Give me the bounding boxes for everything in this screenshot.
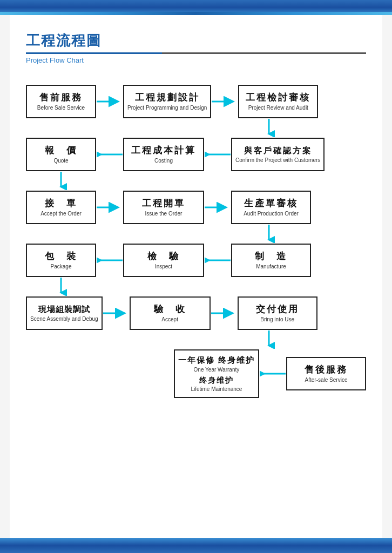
box-accept-order: 接 單 Accept the Order: [26, 191, 96, 224]
box-inspect: 檢 驗 Inspect: [123, 244, 204, 277]
box-quote: 報 價 Quote: [26, 138, 96, 171]
box-issue-order: 工程開單 Issue the Order: [123, 191, 204, 224]
box-manufacture: 制 造 Manufacture: [231, 244, 311, 277]
box-confirm: 與客戶確認方案 Confirm the Project with Custome…: [231, 138, 325, 171]
box-aftersale: 售後服務 After-sale Service: [286, 357, 366, 390]
box-warranty: 一年保修 终身维护 One Year Warranty 终身维护 Lifetim…: [174, 349, 259, 398]
flow-row-1: 售前服務 Before Sale Service 工程規劃設計 Project …: [26, 85, 366, 118]
title-underline: [26, 52, 366, 54]
arrows-row-5-6: [26, 330, 366, 349]
top-bar: [0, 0, 392, 15]
flow-row-4: 包 裝 Package 檢 驗 Inspect 制 造: [26, 244, 366, 277]
box-review-audit: 工程檢討審核 Project Review and Audit: [238, 85, 318, 118]
arrow-r3: [96, 201, 123, 213]
arrow-l5: [259, 368, 286, 380]
box-costing: 工程成本計算 Costing: [123, 138, 204, 171]
arrow-l2: [204, 149, 231, 160]
arrow-l3: [96, 254, 123, 266]
title-english: Project Flow Chart: [26, 56, 366, 64]
flow-row-3: 接 單 Accept the Order 工程開單 Issue the Orde…: [26, 191, 366, 224]
box-project-plan: 工程規劃設計 Project Programming and Design: [123, 85, 211, 118]
page-content: 工程流程圖 Project Flow Chart 售前服務 Before Sal…: [10, 15, 382, 538]
arrow-l1: [96, 149, 123, 160]
flow-row-2: 報 價 Quote 工程成本計算 Costing: [26, 138, 366, 171]
flow-row-6: 一年保修 终身维护 One Year Warranty 终身维护 Lifetim…: [26, 349, 366, 398]
arrow-r6: [211, 307, 238, 319]
box-assembly: 現場組裝調試 Scene Assembly and Debug: [26, 296, 103, 330]
arrows-row-3-4: [26, 224, 366, 244]
box-audit-prod: 生產單審核 Audit Production Order: [231, 191, 311, 224]
arrow-r4: [204, 201, 231, 213]
arrow-r2: [211, 96, 238, 107]
flow-row-5: 現場組裝調試 Scene Assembly and Debug 驗 收 Acce…: [26, 296, 366, 330]
arrow-l4: [204, 254, 231, 266]
title-chinese: 工程流程圖: [26, 31, 366, 50]
arrows-row-2-3: [26, 171, 366, 191]
title-section: 工程流程圖 Project Flow Chart: [26, 31, 366, 64]
box-bring-into-use: 交付使用 Bring into Use: [238, 296, 317, 330]
arrow-r5: [103, 307, 130, 319]
box-package: 包 裝 Package: [26, 244, 96, 277]
arrows-row-4-5: [26, 277, 366, 296]
arrow-r1: [96, 96, 123, 107]
box-accept: 驗 收 Accept: [130, 296, 211, 330]
bottom-bar: [0, 538, 392, 553]
arrows-row-1-2: [26, 118, 366, 138]
box-before-sale: 售前服務 Before Sale Service: [26, 85, 96, 118]
